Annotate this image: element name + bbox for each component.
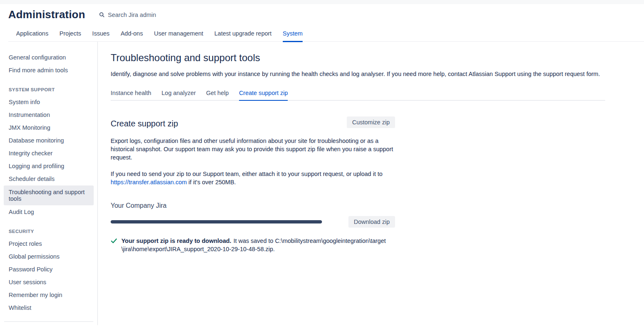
nav-item-add-ons[interactable]: Add-ons <box>121 30 143 41</box>
nav-item-projects[interactable]: Projects <box>59 30 81 41</box>
sidebar-item-audit-log[interactable]: Audit Log <box>4 206 94 218</box>
status-line-1: It was saved to C:\mobilitystream\google… <box>233 238 386 244</box>
section-title: Create support zip <box>111 119 178 128</box>
sidebar-item-find-more-admin-tools[interactable]: Find more admin tools <box>4 64 94 76</box>
sidebar-item-integrity-checker[interactable]: Integrity checker <box>4 147 94 159</box>
admin-header: Administration Applications Projects Iss… <box>0 4 644 42</box>
status-message: Your support zip is ready to download.It… <box>121 237 386 253</box>
tab-get-help[interactable]: Get help <box>206 90 229 100</box>
sidebar-section-security: SECURITY <box>0 229 97 234</box>
tab-create-support-zip[interactable]: Create support zip <box>239 90 288 101</box>
sidebar-section-system-support: SYSTEM SUPPORT <box>0 87 97 92</box>
page-title: Administration <box>8 8 85 21</box>
support-zip-progress-bar <box>111 220 322 223</box>
admin-search[interactable] <box>99 12 199 18</box>
sidebar-item-whitelist[interactable]: Whitelist <box>4 302 94 314</box>
paragraph-2-before-link: If you need to send your zip to our Supp… <box>111 171 383 177</box>
nav-item-applications[interactable]: Applications <box>16 30 48 41</box>
zip-ready-status: Your support zip is ready to download.It… <box>111 237 395 253</box>
customize-zip-button[interactable]: Customize zip <box>347 116 395 128</box>
sidebar-item-jmx-monitoring[interactable]: JMX Monitoring <box>4 121 94 134</box>
tab-log-analyzer[interactable]: Log analyzer <box>161 90 196 100</box>
company-jira-title: Your Company Jira <box>111 202 395 209</box>
sidebar-item-scheduler-details[interactable]: Scheduler details <box>4 173 94 185</box>
success-check-icon <box>111 238 117 244</box>
status-bold-text: Your support zip is ready to download. <box>121 238 231 244</box>
sidebar-item-system-info[interactable]: System info <box>4 96 94 108</box>
nav-item-system[interactable]: System <box>283 30 303 42</box>
content-title: Troubleshooting and support tools <box>111 52 644 64</box>
window-top-strip <box>0 0 644 4</box>
section-paragraph-2: If you need to send your zip to our Supp… <box>111 170 395 186</box>
nav-item-latest-upgrade-report[interactable]: Latest upgrade report <box>214 30 272 41</box>
admin-top-nav: Applications Projects Issues Add-ons Use… <box>8 30 644 42</box>
sidebar-item-logging-and-profiling[interactable]: Logging and profiling <box>4 160 94 172</box>
sidebar-divider <box>4 321 93 322</box>
support-tools-tabs: Instance health Log analyzer Get help Cr… <box>111 90 605 101</box>
sidebar-item-global-permissions[interactable]: Global permissions <box>4 250 94 263</box>
admin-sidebar: General configuration Find more admin to… <box>0 42 98 325</box>
paragraph-2-after-link: if it's over 250MB. <box>187 179 236 185</box>
section-paragraph-1: Export logs, configuration files and oth… <box>111 137 395 162</box>
progress-fill <box>111 220 322 223</box>
download-zip-button[interactable]: Download zip <box>348 216 395 228</box>
content-description: Identify, diagnose and solve problems wi… <box>111 71 644 77</box>
create-support-zip-section: Create support zip Customize zip Export … <box>111 116 395 253</box>
sidebar-item-troubleshooting-and-support-tools[interactable]: Troubleshooting and support tools <box>4 185 94 205</box>
sidebar-item-project-roles[interactable]: Project roles <box>4 238 94 250</box>
sidebar-item-instrumentation[interactable]: Instrumentation <box>4 109 94 121</box>
sidebar-item-general-configuration[interactable]: General configuration <box>4 51 94 64</box>
transfer-atlassian-link[interactable]: https://transfer.atlassian.com <box>111 179 187 185</box>
progress-row: Download zip <box>111 216 395 228</box>
main-content: Troubleshooting and support tools Identi… <box>98 42 644 325</box>
sidebar-item-password-policy[interactable]: Password Policy <box>4 263 94 276</box>
sidebar-item-database-monitoring[interactable]: Database monitoring <box>4 134 94 147</box>
status-line-2: \jira\home\export\JIRA_support_2020-10-2… <box>121 246 275 252</box>
search-icon <box>99 12 105 18</box>
sidebar-item-user-sessions[interactable]: User sessions <box>4 276 94 288</box>
tab-instance-health[interactable]: Instance health <box>111 90 151 100</box>
sidebar-item-remember-my-login[interactable]: Remember my login <box>4 289 94 301</box>
nav-item-user-management[interactable]: User management <box>154 30 203 41</box>
nav-item-issues[interactable]: Issues <box>92 30 109 41</box>
search-input[interactable] <box>108 12 199 18</box>
